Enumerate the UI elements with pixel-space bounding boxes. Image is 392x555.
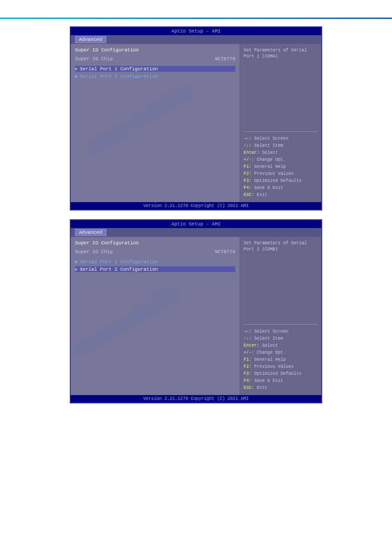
key-label-2-4: F1: (244, 357, 252, 362)
bios-chip-row-2: Super IO Chip NCT6776 (75, 249, 235, 254)
bios-chip-value-1: NCT6776 (215, 56, 235, 62)
key-desc-2-0: Select Screen (254, 329, 288, 334)
key-label-2-1: ↑↓: (244, 336, 252, 341)
key-hint-2-8: ESC: Exit (244, 385, 318, 392)
bios-section-title-1: Super IO Configuration (75, 47, 235, 53)
key-desc-2-4: General Help (254, 357, 286, 362)
bios-divider-1 (244, 131, 318, 132)
key-desc-2-5: Previous Values (254, 364, 294, 369)
key-label-1-5: F2: (244, 171, 252, 176)
key-hint-1-6: F3: Optimized Defaults (244, 178, 318, 185)
bios-right-panel-2: Set Parameters of Serial Port 2 (COMB) →… (240, 237, 321, 395)
arrow-icon-2-1: ▶ (75, 266, 78, 272)
arrow-icon-1-0: ▶ (75, 66, 78, 72)
key-hint-2-7: F4: Save & Exit (244, 377, 318, 385)
bios-chip-label-2: Super IO Chip (75, 249, 113, 254)
key-desc-2-7: Save & Exit (254, 378, 283, 383)
arrow-icon-2-0: ▶ (75, 259, 78, 265)
bios-screen-1: Aptio Setup - AMI Advanced Super IO Conf… (70, 26, 322, 210)
bios-key-help-1: →←: Select Screen ↑↓: Select Item Enter:… (244, 135, 318, 199)
key-hint-2-5: F2: Previous Values (244, 363, 318, 370)
bios-title-bar-1: Aptio Setup - AMI (71, 27, 321, 35)
bios-title-text-2: Aptio Setup - AMI (171, 221, 220, 227)
key-label-1-4: F1: (244, 164, 252, 169)
bios-tab-advanced-2[interactable]: Advanced (75, 229, 106, 236)
bios-title-text-1: Aptio Setup - AMI (171, 29, 220, 34)
top-decorative-line (0, 18, 392, 19)
key-hint-1-2: Enter: Select (244, 149, 318, 156)
key-label-2-2: Enter: (244, 343, 259, 348)
key-desc-1-4: General Help (254, 164, 286, 169)
bios-tab-advanced-1[interactable]: Advanced (75, 36, 106, 43)
bios-menu-item-label-1-1: Serial Port 2 Configuration (80, 74, 158, 79)
bios-left-panel-1: Super IO Configuration Super IO Chip NCT… (71, 44, 240, 202)
page-content: Aptio Setup - AMI Advanced Super IO Conf… (0, 0, 392, 421)
bios-tab-row-2: Advanced (71, 228, 321, 237)
bios-chip-row-1: Super IO Chip NCT6776 (75, 56, 235, 62)
key-label-2-7: F4: (244, 378, 252, 383)
key-desc-1-6: Optimized Defaults (254, 178, 302, 183)
key-desc-2-6: Optimized Defaults (254, 371, 302, 376)
bios-menu-item-label-1-0: Serial Port 1 Configuration (80, 66, 158, 72)
key-hint-1-4: F1: General Help (244, 163, 318, 170)
key-desc-1-8: Exit (257, 192, 267, 197)
bios-footer-2: Version 2.21.1278 Copyright (C) 2021 AMI (71, 395, 321, 403)
key-hint-1-8: ESC: Exit (244, 192, 318, 199)
key-hint-1-0: →←: Select Screen (244, 135, 318, 142)
key-desc-1-2: Select (262, 150, 278, 155)
bios-main-2: Super IO Configuration Super IO Chip NCT… (71, 237, 321, 395)
key-hint-1-5: F2: Previous Values (244, 170, 318, 178)
key-label-1-0: →←: (244, 136, 252, 141)
arrow-icon-1-1: ▶ (75, 73, 78, 79)
bios-menu-item-label-2-1: Serial Port 2 Configuration (80, 267, 158, 272)
key-label-1-8: ESC: (244, 192, 254, 197)
key-hint-2-0: →←: Select Screen (244, 328, 318, 335)
bios-divider-2 (244, 324, 318, 325)
bios-right-panel-1: Set Parameters of Serial Port 1 (COMA) →… (240, 44, 321, 202)
key-desc-1-1: Select Item (254, 143, 283, 148)
key-hint-2-3: +/-: Change Opt. (244, 349, 318, 356)
key-hint-1-1: ↑↓: Select Item (244, 142, 318, 149)
key-label-2-0: →←: (244, 329, 252, 334)
key-label-2-6: F3: (244, 371, 252, 376)
key-hint-2-4: F1: General Help (244, 356, 318, 363)
key-label-1-2: Enter: (244, 150, 259, 155)
key-label-1-6: F3: (244, 178, 252, 183)
key-label-1-7: F4: (244, 185, 252, 190)
key-label-1-1: ↑↓: (244, 143, 252, 148)
key-desc-1-5: Previous Values (254, 171, 294, 176)
bios-tab-row-1: Advanced (71, 35, 321, 44)
key-desc-2-1: Select Item (254, 336, 283, 341)
key-desc-2-8: Exit (257, 385, 267, 390)
bios-menu-item-1-0[interactable]: ▶ Serial Port 1 Configuration (75, 66, 235, 72)
bios-menu-item-label-2-0: Serial Port 1 Configuration (80, 259, 158, 265)
key-hint-2-1: ↑↓: Select Item (244, 335, 318, 342)
bios-menu-item-2-0[interactable]: ▶ Serial Port 1 Configuration (75, 259, 235, 265)
bios-section-title-2: Super IO Configuration (75, 240, 235, 246)
bios-left-panel-2: Super IO Configuration Super IO Chip NCT… (71, 237, 240, 395)
key-hint-1-7: F4: Save & Exit (244, 185, 318, 192)
bios-screen-2: Aptio Setup - AMI Advanced Super IO Conf… (70, 219, 322, 403)
key-desc-2-3: Change Opt. (257, 350, 286, 355)
key-desc-1-7: Save & Exit (254, 185, 283, 190)
key-label-2-5: F2: (244, 364, 252, 369)
bios-chip-label-1: Super IO Chip (75, 56, 113, 62)
key-desc-1-3: Change Opt. (257, 157, 286, 162)
key-hint-2-2: Enter: Select (244, 342, 318, 349)
bios-help-text-2: Set Parameters of Serial Port 2 (COMB) (244, 240, 318, 321)
key-hint-1-3: +/-: Change Opt. (244, 156, 318, 163)
key-desc-1-0: Select Screen (254, 136, 288, 141)
bios-menu-item-1-1[interactable]: ▶ Serial Port 2 Configuration (75, 73, 235, 79)
bios-help-text-1: Set Parameters of Serial Port 1 (COMA) (244, 47, 318, 128)
key-label-2-8: ESC: (244, 385, 254, 390)
bios-main-1: Super IO Configuration Super IO Chip NCT… (71, 44, 321, 202)
key-desc-2-2: Select (262, 343, 278, 348)
key-label-2-3: +/-: (244, 350, 254, 355)
bios-chip-value-2: NCT6776 (215, 249, 235, 254)
bios-menu-item-2-1[interactable]: ▶ Serial Port 2 Configuration (75, 266, 235, 272)
bios-title-bar-2: Aptio Setup - AMI (71, 220, 321, 228)
bios-footer-1: Version 2.21.1278 Copyright (C) 2021 AMI (71, 202, 321, 210)
key-hint-2-6: F3: Optimized Defaults (244, 370, 318, 377)
key-label-1-3: +/-: (244, 157, 254, 162)
bios-key-help-2: →←: Select Screen ↑↓: Select Item Enter:… (244, 328, 318, 392)
